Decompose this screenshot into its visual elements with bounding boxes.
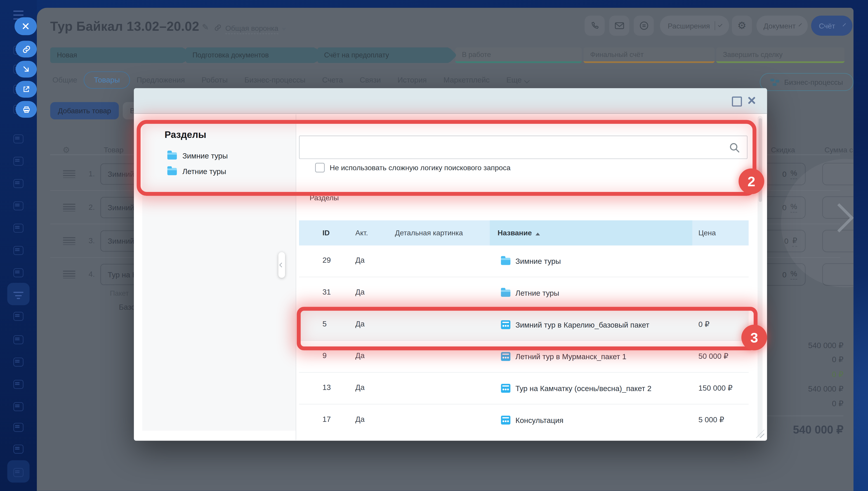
page-title: Тур Байкал 13.02–20.02 (50, 19, 199, 34)
table-row-folder-29[interactable]: 29 Да Зимние туры (299, 246, 749, 278)
chevron-down-icon (718, 23, 722, 27)
product-icon (501, 384, 510, 393)
modal-titlebar (134, 88, 767, 114)
warehouse-icon[interactable] (13, 334, 24, 345)
slider-copy-link-button[interactable] (16, 41, 37, 57)
drag-handle[interactable] (63, 204, 75, 211)
add-product-button[interactable]: Добавить товар (50, 102, 119, 120)
slider-minimize-button[interactable] (16, 61, 37, 78)
copy-link-icon[interactable] (214, 24, 221, 32)
annotation-badge-2: 2 (739, 168, 764, 194)
rocket-icon[interactable] (13, 467, 24, 478)
stage-novaya[interactable]: Новая (50, 48, 184, 63)
slider-print-button[interactable] (16, 101, 37, 118)
annotation-box-step-2 (137, 120, 756, 196)
document-dropdown[interactable]: Документ (756, 16, 808, 36)
column-header-product: Товар (104, 146, 123, 154)
col-id[interactable]: ID (322, 229, 330, 237)
shop-cart-icon[interactable] (13, 379, 24, 390)
gear-icon: ⚙ (737, 20, 746, 32)
calendar-icon[interactable] (13, 134, 24, 144)
table-row-product-13[interactable]: 13 Да Тур на Камчатку (осень/весна)_паке… (299, 373, 749, 405)
tab-esche[interactable]: Еще (506, 76, 529, 84)
tab-roboty[interactable]: Роботы (202, 76, 228, 84)
printer-icon (22, 105, 30, 114)
table-row-folder-31[interactable]: 31 Да Летние туры (299, 278, 749, 309)
panel-collapse-handle[interactable] (278, 252, 285, 278)
stage-podgotovka[interactable]: Подготовка документов (186, 48, 316, 63)
stage-finalny-schet[interactable]: Финальный счёт (583, 48, 715, 63)
boards-icon[interactable] (13, 178, 24, 189)
chevron-left-icon (279, 263, 284, 267)
stage-zavershit[interactable]: Завершить сделку (716, 48, 845, 63)
chevron-down-icon (799, 23, 802, 26)
settings-icon[interactable] (13, 443, 24, 455)
e-sign-icon[interactable] (13, 401, 24, 412)
tab-scheta[interactable]: Счета (322, 76, 343, 84)
sort-asc-icon (536, 233, 540, 235)
funnel-selector[interactable]: Общая воронка (226, 24, 286, 34)
row-number: 1. (84, 170, 95, 178)
col-name-sorted[interactable]: Название (498, 229, 540, 237)
edit-pencil-icon[interactable]: ✎ (202, 23, 209, 31)
extensions-dropdown[interactable]: Расширения (660, 16, 729, 36)
table-header-row: ID Акт. Детальная картинка Название Цена (299, 221, 749, 246)
tab-marketpleys[interactable]: Маркетплейс (444, 76, 489, 84)
pipeline-stages: Новая Подготовка документов Счёт на пред… (50, 48, 844, 63)
stage-v-rabote[interactable]: В работе (455, 48, 582, 63)
mail-icon (615, 22, 624, 30)
link-icon (22, 45, 30, 53)
close-icon (22, 22, 30, 30)
tab-predlozheniya[interactable]: Предложения (137, 76, 185, 84)
app-root: Тур Байкал 13.02–20.02 ✎ Общая воронка Р… (0, 0, 868, 491)
crm-funnel-icon[interactable] (13, 290, 24, 301)
col-image[interactable]: Детальная картинка (395, 229, 463, 237)
invoice-button[interactable]: Счёт (811, 16, 852, 36)
chevron-down-icon (282, 28, 286, 30)
drive-icon[interactable] (13, 200, 24, 211)
col-active[interactable]: Акт. (355, 229, 368, 237)
maximize-icon[interactable] (732, 96, 742, 107)
documents-icon[interactable] (13, 156, 24, 167)
phone-button[interactable] (585, 16, 605, 36)
arrow-down-right-icon (22, 65, 30, 73)
folder-icon (501, 289, 510, 296)
business-processes-button[interactable]: Бизнес-процессы (760, 73, 854, 91)
settings-button[interactable]: ⚙ (732, 16, 752, 36)
tab-svyazi[interactable]: Связи (360, 76, 381, 84)
slider-open-new-window-button[interactable] (16, 81, 37, 98)
drag-handle[interactable] (63, 170, 75, 178)
package-label: Пакет (110, 290, 129, 297)
column-header-discount: Скидка (771, 146, 795, 154)
row-number: 4. (84, 270, 95, 278)
tab-biznes-processy[interactable]: Бизнес-процессы (244, 76, 305, 84)
chevron-down-icon (524, 78, 530, 83)
mail-icon[interactable] (13, 223, 24, 234)
col-price[interactable]: Цена (698, 229, 716, 237)
slider-close-button[interactable] (14, 18, 37, 35)
clients-icon[interactable] (13, 245, 24, 256)
external-link-icon (22, 85, 30, 93)
drag-handle[interactable] (63, 270, 75, 279)
marketing-icon[interactable] (13, 356, 24, 368)
flowchart-icon (770, 79, 779, 86)
close-icon[interactable] (747, 96, 756, 105)
tab-obschie[interactable]: Общие (53, 76, 77, 84)
phone-icon (590, 21, 599, 30)
modal-scrollbar[interactable] (757, 116, 762, 437)
drag-handle[interactable] (63, 237, 75, 245)
tasks-icon[interactable] (13, 267, 24, 278)
table-row-product-17[interactable]: 17 Да Консультация 5 000 ₽ (299, 404, 749, 436)
mail-button[interactable] (609, 16, 629, 36)
row-number: 2. (84, 203, 95, 211)
tab-tovary-active[interactable]: Товары (84, 71, 130, 89)
schedule-icon[interactable] (13, 311, 24, 322)
stage-schet-predoplata[interactable]: Счёт на предоплату (317, 48, 450, 63)
chat-button[interactable] (634, 16, 654, 36)
product-icon (501, 352, 510, 361)
row-number: 3. (84, 236, 95, 245)
pen-icon[interactable] (13, 422, 24, 433)
tab-istoriya[interactable]: История (398, 76, 427, 84)
table-settings-gear-icon[interactable]: ⚙ (62, 145, 70, 155)
chat-exchange-icon (639, 21, 649, 30)
